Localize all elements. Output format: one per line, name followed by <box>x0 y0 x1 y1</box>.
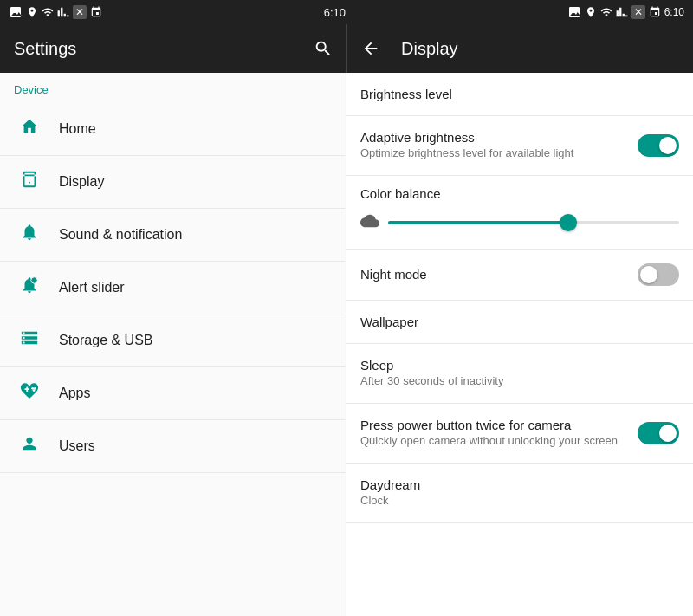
night-mode-text: Night mode <box>360 267 638 282</box>
apps-icon <box>14 381 45 405</box>
daydream-item[interactable]: Daydream Clock <box>346 464 693 523</box>
settings-title: Settings <box>14 39 76 59</box>
sleep-title: Sleep <box>360 358 679 373</box>
svg-point-3 <box>33 389 36 392</box>
sidebar-item-storage[interactable]: Storage & USB <box>0 314 346 367</box>
alert-icon <box>14 276 45 300</box>
adaptive-brightness-item[interactable]: Adaptive brightness Optimize brightness … <box>346 116 693 176</box>
color-balance-slider-track[interactable] <box>388 221 679 224</box>
calendar-icon-right <box>649 6 661 18</box>
night-mode-title: Night mode <box>360 267 638 282</box>
sidebar-item-users[interactable]: Users <box>0 420 346 473</box>
sidebar-item-alert-label: Alert slider <box>59 280 125 295</box>
svg-point-1 <box>31 387 34 390</box>
sleep-text: Sleep After 30 seconds of inactivity <box>360 358 679 389</box>
adaptive-brightness-subtitle: Optimize brightness level for available … <box>360 146 638 161</box>
sidebar-item-display[interactable]: Display <box>0 156 346 209</box>
sidebar-section-device: Device <box>0 73 346 103</box>
cloud-icon <box>360 211 379 235</box>
power-camera-title: Press power button twice for camera <box>360 418 638 432</box>
main-content: Device Home Display Sound & notification <box>0 73 693 616</box>
sound-icon <box>14 223 45 247</box>
status-bar-right: ✕ 6:10 <box>567 5 684 19</box>
night-mode-item[interactable]: Night mode <box>346 250 693 301</box>
sidebar: Device Home Display Sound & notification <box>0 73 346 616</box>
sidebar-item-home-label: Home <box>59 121 96 137</box>
sleep-item[interactable]: Sleep After 30 seconds of inactivity <box>346 344 693 404</box>
wallpaper-title: Wallpaper <box>360 314 679 329</box>
back-icon[interactable] <box>361 39 380 58</box>
sidebar-item-apps[interactable]: Apps <box>0 367 346 420</box>
power-camera-toggle[interactable] <box>638 422 679 444</box>
app-header: Settings Display <box>0 24 693 73</box>
sidebar-item-apps-label: Apps <box>59 386 90 401</box>
blocked-icon-right: ✕ <box>631 5 645 19</box>
time-right: 6:10 <box>664 6 684 18</box>
calendar-icon-left <box>90 6 102 18</box>
display-settings-panel: Brightness level Adaptive brightness Opt… <box>346 73 693 616</box>
status-bar-left: ✕ <box>9 5 102 19</box>
daydream-title: Daydream <box>360 477 679 492</box>
status-bar: ✕ 6:10 ✕ 6:10 <box>0 0 693 24</box>
brightness-level-title: Brightness level <box>360 87 679 101</box>
display-icon <box>14 170 45 194</box>
adaptive-brightness-toggle-thumb <box>659 137 677 154</box>
location-icon-left <box>26 6 38 18</box>
brightness-level-item[interactable]: Brightness level <box>346 73 693 116</box>
time-left: 6:10 <box>324 6 346 19</box>
wallpaper-item[interactable]: Wallpaper <box>346 301 693 344</box>
power-camera-toggle-track <box>638 422 679 444</box>
night-mode-toggle-track <box>638 263 679 286</box>
power-camera-toggle-thumb <box>659 425 677 442</box>
color-balance-item[interactable]: Color balance <box>346 176 693 250</box>
search-icon[interactable] <box>314 39 333 58</box>
night-mode-toggle[interactable] <box>638 263 679 286</box>
blocked-icon-left: ✕ <box>73 5 87 19</box>
status-bar-center-left: 6:10 <box>324 6 346 19</box>
home-icon <box>14 117 45 141</box>
users-icon <box>14 434 45 458</box>
signal-icon-left <box>57 6 69 18</box>
power-camera-subtitle: Quickly open camera without unlocking yo… <box>360 434 638 449</box>
header-right: Display <box>347 39 693 59</box>
wifi-icon-left <box>42 6 54 18</box>
wifi-icon-right <box>600 6 612 18</box>
image-icon-right <box>567 5 581 19</box>
adaptive-brightness-text: Adaptive brightness Optimize brightness … <box>360 130 638 161</box>
power-camera-item[interactable]: Press power button twice for camera Quic… <box>346 404 693 464</box>
daydream-subtitle: Clock <box>360 494 679 509</box>
brightness-level-text: Brightness level <box>360 87 679 101</box>
header-left: Settings <box>0 39 346 59</box>
color-balance-title: Color balance <box>360 186 679 201</box>
location-icon-right <box>585 6 597 18</box>
power-camera-text: Press power button twice for camera Quic… <box>360 418 638 449</box>
adaptive-brightness-toggle-track <box>638 134 679 157</box>
sidebar-item-sound[interactable]: Sound & notification <box>0 209 346 262</box>
slider-thumb <box>560 214 577 231</box>
night-mode-toggle-thumb <box>640 266 657 283</box>
svg-point-0 <box>31 277 37 283</box>
sidebar-item-home[interactable]: Home <box>0 103 346 156</box>
wallpaper-text: Wallpaper <box>360 314 679 329</box>
display-title: Display <box>401 39 458 59</box>
storage-icon <box>14 328 45 353</box>
sleep-subtitle: After 30 seconds of inactivity <box>360 374 679 389</box>
sidebar-item-alert[interactable]: Alert slider <box>0 262 346 314</box>
slider-fill <box>388 221 568 224</box>
sidebar-item-display-label: Display <box>59 174 104 190</box>
sidebar-item-users-label: Users <box>59 438 95 454</box>
adaptive-brightness-toggle[interactable] <box>638 134 679 157</box>
adaptive-brightness-title: Adaptive brightness <box>360 130 638 145</box>
sidebar-item-sound-label: Sound & notification <box>59 227 182 243</box>
daydream-text: Daydream Clock <box>360 477 679 509</box>
image-icon-left <box>9 5 23 19</box>
svg-point-2 <box>34 387 36 390</box>
signal-icon-right <box>616 6 628 18</box>
color-balance-slider-row <box>360 211 679 235</box>
sidebar-item-storage-label: Storage & USB <box>59 333 153 348</box>
